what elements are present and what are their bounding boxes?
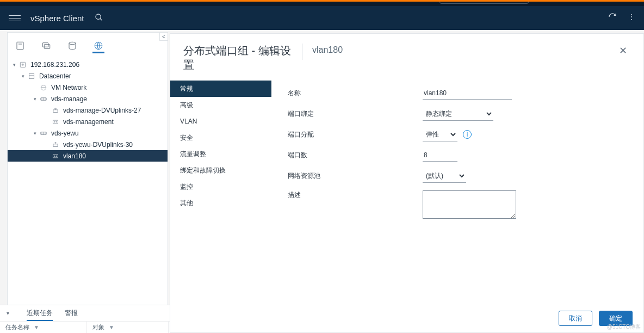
side-item-monitoring[interactable]: 监控 bbox=[170, 178, 271, 195]
dialog-title: 分布式端口组 - 编辑设置 bbox=[183, 44, 292, 72]
hosts-tab-icon[interactable] bbox=[14, 41, 26, 53]
cancel-button[interactable]: 取消 bbox=[559, 311, 592, 326]
tab-alarms[interactable]: 警报 bbox=[65, 309, 78, 318]
svg-point-6 bbox=[69, 42, 76, 45]
svg-point-0 bbox=[96, 14, 101, 19]
watermark: @51CTO博客 bbox=[607, 323, 641, 331]
select-port-binding[interactable]: 静态绑定 bbox=[423, 107, 493, 121]
search-icon[interactable] bbox=[95, 13, 103, 23]
uplink-icon bbox=[51, 140, 60, 149]
side-item-vlan[interactable]: VLAN bbox=[170, 113, 271, 130]
tree-datacenter[interactable]: ▾ Datacenter bbox=[8, 70, 168, 82]
chevron-down-icon[interactable]: ▾ bbox=[20, 73, 26, 79]
tree-label: Datacenter bbox=[39, 72, 71, 80]
chevron-down-icon[interactable]: ▾ bbox=[32, 96, 38, 102]
inventory-tree: ▾ 192.168.231.206 ▾ Datacenter VM Networ… bbox=[8, 53, 168, 332]
svg-rect-17 bbox=[53, 120, 58, 124]
dvswitch-icon bbox=[39, 95, 48, 103]
panel-collapse-button[interactable]: < bbox=[159, 32, 168, 41]
portgroup-icon bbox=[51, 152, 60, 161]
chevron-down-icon[interactable]: ▾ bbox=[7, 310, 9, 316]
app-title: vSphere Client bbox=[30, 14, 84, 23]
side-item-general[interactable]: 常规 bbox=[170, 81, 271, 97]
help-icon[interactable]: ⋮ bbox=[628, 13, 635, 23]
edit-portgroup-dialog: 分布式端口组 - 编辑设置 vlan180 ✕ 常规 高级 VLAN 安全 流量… bbox=[170, 33, 644, 333]
tree-vcenter[interactable]: ▾ 192.168.231.206 bbox=[8, 59, 168, 70]
inventory-panel: < ▾ 192.168.231.206 ▾ Datacenter VM Netw… bbox=[7, 32, 168, 333]
tree-label: vds-manage-DVUplinks-27 bbox=[63, 107, 141, 114]
vcenter-icon bbox=[18, 60, 27, 69]
svg-point-27 bbox=[56, 156, 57, 157]
side-item-advanced[interactable]: 高级 bbox=[170, 97, 271, 113]
svg-line-1 bbox=[100, 18, 102, 20]
label-description: 描述 bbox=[288, 190, 423, 200]
tree-vm-network[interactable]: VM Network bbox=[8, 82, 168, 93]
svg-rect-2 bbox=[17, 42, 23, 50]
tree-label: 192.168.231.206 bbox=[30, 61, 79, 69]
svg-point-18 bbox=[54, 121, 55, 122]
tab-recent-tasks[interactable]: 近期任务 bbox=[27, 309, 53, 321]
datacenter-icon bbox=[27, 72, 36, 81]
side-item-security[interactable]: 安全 bbox=[170, 130, 271, 146]
networking-tab-icon[interactable] bbox=[92, 41, 104, 53]
close-icon[interactable]: ✕ bbox=[616, 44, 630, 58]
filter-icon[interactable]: ▼ bbox=[109, 324, 114, 330]
input-port-count[interactable] bbox=[423, 149, 457, 162]
tree-vds-management[interactable]: vds-management bbox=[8, 116, 168, 127]
tree-label: vlan180 bbox=[63, 152, 86, 160]
info-icon[interactable]: i bbox=[463, 130, 472, 139]
label-port-count: 端口数 bbox=[288, 151, 423, 160]
svg-rect-25 bbox=[53, 155, 58, 158]
side-item-misc[interactable]: 其他 bbox=[170, 195, 271, 211]
tree-label: vds-management bbox=[63, 118, 114, 126]
select-resource-pool[interactable]: (默认) bbox=[423, 169, 466, 183]
refresh-icon[interactable] bbox=[608, 13, 617, 23]
tree-label: vds-manage bbox=[51, 95, 87, 103]
vms-tab-icon[interactable] bbox=[40, 41, 52, 53]
input-name[interactable] bbox=[423, 87, 512, 100]
label-resource-pool: 网络资源池 bbox=[288, 171, 423, 181]
dvswitch-icon bbox=[39, 129, 48, 138]
tree-vds-yewu-uplinks[interactable]: vds-yewu-DVUplinks-30 bbox=[8, 139, 168, 150]
label-name: 名称 bbox=[288, 89, 423, 98]
textarea-description[interactable] bbox=[423, 190, 516, 219]
svg-point-19 bbox=[56, 121, 57, 122]
side-item-traffic[interactable]: 流量调整 bbox=[170, 146, 271, 162]
select-port-alloc[interactable]: 弹性 bbox=[423, 128, 457, 141]
uplink-icon bbox=[51, 106, 60, 115]
portgroup-icon bbox=[51, 118, 60, 126]
tree-vds-yewu[interactable]: ▾ vds-yewu bbox=[8, 127, 168, 139]
svg-point-26 bbox=[54, 156, 55, 157]
tree-vlan180[interactable]: vlan180 bbox=[8, 150, 168, 162]
svg-rect-16 bbox=[53, 109, 58, 112]
svg-rect-24 bbox=[53, 144, 58, 146]
tree-vds-manage-uplinks[interactable]: vds-manage-DVUplinks-27 bbox=[8, 104, 168, 116]
chevron-down-icon[interactable]: ▾ bbox=[32, 131, 38, 136]
svg-rect-5 bbox=[44, 44, 50, 48]
tree-vds-manage[interactable]: ▾ vds-manage bbox=[8, 93, 168, 104]
svg-rect-4 bbox=[42, 42, 48, 47]
dialog-context: vlan180 bbox=[312, 44, 343, 55]
chevron-down-icon[interactable]: ▾ bbox=[11, 62, 17, 67]
app-header: vSphere Client ⋮ bbox=[0, 6, 644, 30]
storage-tab-icon[interactable] bbox=[66, 41, 78, 53]
tree-label: vds-yewu-DVUplinks-30 bbox=[63, 141, 133, 149]
dialog-side-nav: 常规 高级 VLAN 安全 流量调整 绑定和故障切换 监控 其他 bbox=[170, 77, 271, 304]
side-item-teaming[interactable]: 绑定和故障切换 bbox=[170, 162, 271, 178]
col-object: 对象 bbox=[92, 323, 104, 331]
menu-icon[interactable] bbox=[9, 15, 21, 21]
network-icon bbox=[39, 83, 48, 92]
label-port-binding: 端口绑定 bbox=[288, 109, 423, 119]
tree-label: vds-yewu bbox=[51, 130, 79, 137]
tree-label: VM Network bbox=[51, 84, 86, 91]
filter-icon[interactable]: ▼ bbox=[34, 324, 39, 330]
inventory-tabs bbox=[8, 33, 168, 53]
col-taskname: 任务名称 bbox=[5, 323, 29, 331]
label-port-alloc: 端口分配 bbox=[288, 130, 423, 139]
dialog-form: 名称 端口绑定 静态绑定 端口分配 bbox=[271, 77, 643, 304]
svg-rect-9 bbox=[29, 73, 34, 78]
